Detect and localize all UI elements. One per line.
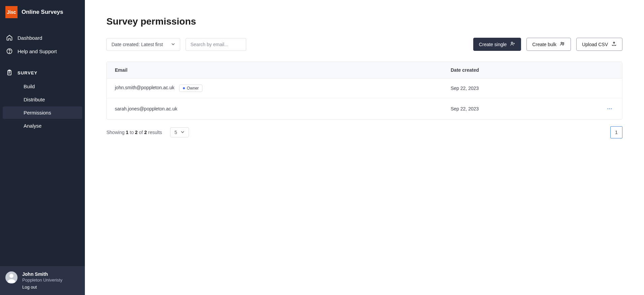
user-footer: John Smith Poppleton Univeristy Log out [0,266,85,295]
owner-badge: Owner [179,85,202,92]
svg-point-5 [511,42,513,44]
page-title: Survey permissions [106,16,622,27]
page-button[interactable]: 1 [610,126,622,138]
sort-dropdown-label: Date created: Latest first [111,42,163,47]
col-header-actions [597,62,622,78]
svg-point-6 [561,42,562,43]
svg-point-8 [608,108,608,109]
table-row: sarah.jones@poppleton.ac.uk Sep 22, 2023 [107,98,622,119]
col-header-email: Email [107,62,443,78]
svg-point-4 [9,274,13,278]
help-icon [6,48,13,55]
page-size-dropdown[interactable]: 5 [170,127,189,137]
chevron-down-icon [171,42,175,47]
user-org: Poppleton Univeristy [22,277,62,283]
home-icon [6,34,13,41]
users-icon [560,41,565,47]
col-header-date: Date created [443,62,597,78]
button-label: Create single [479,42,507,47]
sidebar-item-label: Dashboard [18,35,42,41]
clipboard-icon [6,69,13,76]
logout-link[interactable]: Log out [22,285,62,290]
button-label: Upload CSV [582,42,608,47]
sidebar-item-label: Help and Support [18,48,57,54]
results-bar: Showing 1 to 2 of 2 results 5 1 [106,126,622,138]
svg-point-1 [9,53,9,53]
sidebar-item-help[interactable]: Help and Support [0,44,85,58]
page-size-value: 5 [174,130,177,135]
cell-date: Sep 22, 2023 [443,78,597,98]
sidebar-section-survey: SURVEY [0,66,85,79]
sidebar: Jisc Online Surveys Dashboard Help and S… [0,0,85,295]
svg-point-9 [609,108,610,109]
sidebar-nav: Dashboard Help and Support SURVEY Build … [0,24,85,266]
brand: Jisc Online Surveys [0,0,85,24]
button-label: Create bulk [532,42,556,47]
sidebar-item-analyse[interactable]: Analyse [3,120,82,132]
user-info: John Smith Poppleton Univeristy Log out [22,271,62,290]
upload-csv-button[interactable]: Upload CSV [576,38,622,51]
sidebar-item-build[interactable]: Build [3,80,82,93]
cell-date: Sep 22, 2023 [443,98,597,119]
badge-label: Owner [187,86,199,91]
user-name: John Smith [22,271,62,277]
main-content: Survey permissions Date created: Latest … [85,0,644,295]
row-actions-button[interactable] [605,104,614,113]
cell-email: sarah.jones@poppleton.ac.uk [115,106,177,111]
sort-dropdown[interactable]: Date created: Latest first [106,38,180,51]
pagination: 1 [610,126,622,138]
sidebar-section-label: SURVEY [18,70,37,75]
avatar [5,271,18,284]
table-row: john.smith@poppleton.ac.uk Owner Sep 22,… [107,78,622,98]
cell-email: john.smith@poppleton.ac.uk [115,85,174,90]
create-single-button[interactable]: Create single [473,38,521,51]
chevron-down-icon [181,130,185,135]
create-bulk-button[interactable]: Create bulk [526,38,571,51]
sidebar-item-permissions[interactable]: Permissions [3,106,82,119]
search-input[interactable] [186,38,246,51]
badge-dot-icon [183,87,185,89]
sidebar-item-distribute[interactable]: Distribute [3,93,82,106]
sidebar-item-dashboard[interactable]: Dashboard [0,31,85,44]
toolbar: Date created: Latest first Create single… [106,38,622,51]
logo: Jisc [5,6,18,18]
svg-point-7 [563,42,564,43]
svg-point-10 [611,108,612,109]
user-plus-icon [510,41,515,47]
brand-name: Online Surveys [22,9,63,15]
upload-icon [611,41,617,47]
results-text: Showing 1 to 2 of 2 results [106,130,162,135]
permissions-table: Email Date created john.smith@poppleton.… [106,62,622,120]
